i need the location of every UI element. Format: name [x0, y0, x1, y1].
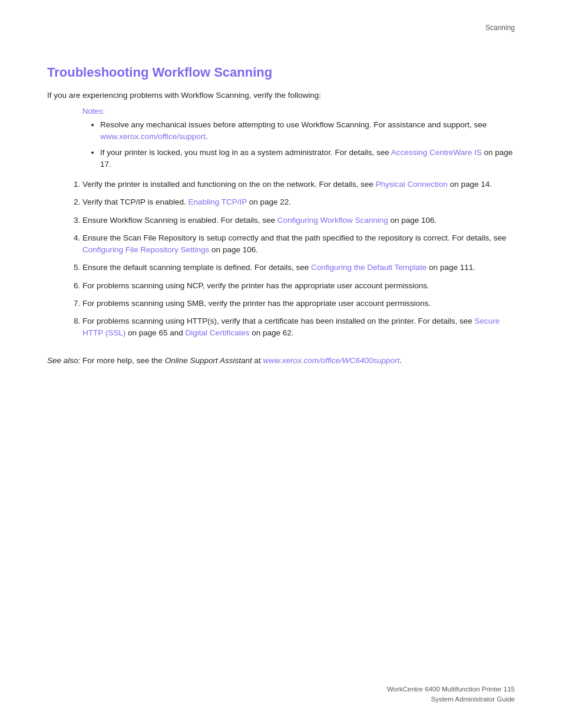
page-footer: WorkCentre 6400 Multifunction Printer 11… — [387, 684, 515, 705]
intro-text: If you are experiencing problems with Wo… — [47, 91, 515, 100]
page-title: Troubleshooting Workflow Scanning — [47, 65, 515, 80]
item-4-link[interactable]: Configuring File Repository Settings — [82, 245, 209, 254]
notes-label: Notes: — [82, 107, 515, 116]
item-4-after: on page 106. — [209, 245, 258, 254]
list-item: Verify the printer is installed and func… — [82, 179, 515, 190]
see-also-mid: at — [252, 356, 263, 365]
item-6-text: For problems scanning using NCP, verify … — [82, 281, 429, 290]
item-3-before: Ensure Workflow Scanning is enabled. For… — [82, 216, 277, 225]
page-header: Scanning — [485, 24, 515, 32]
list-item: Ensure Workflow Scanning is enabled. For… — [82, 215, 515, 226]
footer-line1: WorkCentre 6400 Multifunction Printer 11… — [387, 684, 515, 694]
list-item: For problems scanning using NCP, verify … — [82, 280, 515, 292]
footer-line2: System Administrator Guide — [387, 694, 515, 704]
bullet-link-2[interactable]: Accessing CentreWare IS — [391, 148, 482, 157]
item-8-before: For problems scanning using HTTP(s), ver… — [82, 317, 475, 325]
bullet-link-1[interactable]: www.xerox.com/office/support — [100, 132, 206, 141]
item-7-text: For problems scanning using SMB, verify … — [82, 299, 431, 308]
list-item: Ensure the default scanning template is … — [82, 262, 515, 274]
item-2-link[interactable]: Enabling TCP/IP — [189, 197, 247, 206]
see-also-link[interactable]: www.xerox.com/office/WC6400support — [263, 356, 399, 365]
item-2-before: Verify that TCP/IP is enabled. — [82, 197, 189, 206]
item-4-before: Ensure the Scan File Repository is setup… — [82, 233, 507, 242]
bullet-text-1-after: . — [206, 132, 208, 141]
item-3-after: on page 106. — [388, 216, 437, 225]
item-5-link[interactable]: Configuring the Default Template — [311, 263, 427, 272]
see-also-end: . — [399, 356, 402, 365]
bullet-list: Resolve any mechanical issues before att… — [100, 119, 515, 170]
bullet-text-1-before: Resolve any mechanical issues before att… — [100, 120, 487, 129]
see-also-prefix: See also: — [47, 356, 80, 365]
list-item: For problems scanning using SMB, verify … — [82, 298, 515, 309]
item-5-before: Ensure the default scanning template is … — [82, 263, 311, 272]
list-item: Resolve any mechanical issues before att… — [100, 119, 515, 143]
item-8-after: on page 62. — [249, 328, 293, 337]
item-8-mid: on page 65 and — [125, 328, 185, 337]
item-1-before: Verify the printer is installed and func… — [82, 180, 376, 189]
numbered-list: Verify the printer is installed and func… — [82, 179, 515, 340]
bullet-text-2-before: If your printer is locked, you must log … — [100, 148, 391, 157]
item-8-link-2[interactable]: Digital Certificates — [186, 328, 250, 337]
see-also-italic: Online Support Assistant — [165, 356, 252, 365]
item-1-link[interactable]: Physical Connection — [376, 180, 448, 189]
item-2-after: on page 22. — [247, 197, 291, 206]
list-item: Verify that TCP/IP is enabled. Enabling … — [82, 196, 515, 208]
list-item: Ensure the Scan File Repository is setup… — [82, 232, 515, 256]
list-item: For problems scanning using HTTP(s), ver… — [82, 315, 515, 340]
item-1-after: on page 14. — [448, 180, 492, 189]
see-also-text: For more help, see the — [80, 356, 164, 365]
item-3-link[interactable]: Configuring Workflow Scanning — [277, 216, 388, 225]
list-item: If your printer is locked, you must log … — [100, 147, 515, 171]
see-also: See also: For more help, see the Online … — [47, 356, 515, 365]
item-5-after: on page 111. — [427, 263, 475, 272]
header-label: Scanning — [485, 24, 515, 32]
